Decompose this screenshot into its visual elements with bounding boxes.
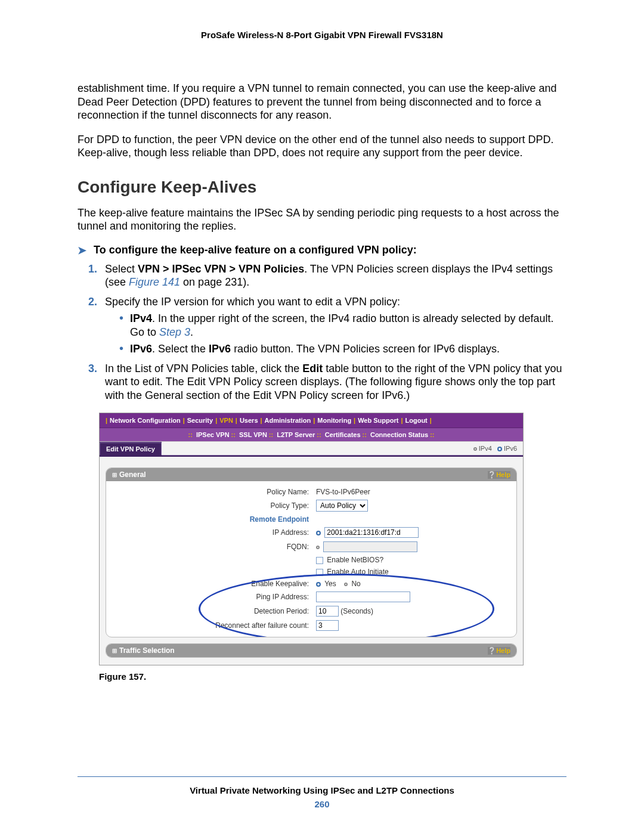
figure-caption: Figure 157. — [99, 671, 566, 682]
radio-fqdn[interactable] — [316, 546, 320, 549]
policy-name-value: FVS-to-IPv6Peer — [314, 488, 516, 496]
radio-keepalive-no[interactable] — [344, 583, 348, 586]
ipv6-bold2: IPv6 — [209, 343, 231, 355]
grid-icon: ⊞ — [112, 648, 117, 654]
procedure-lead: ➤ To configure the keep-alive feature on… — [78, 244, 566, 256]
help-link[interactable]: ❔Help — [488, 471, 510, 479]
detection-period-label: Detection Period: — [106, 607, 314, 615]
traffic-selection-title: Traffic Selection — [119, 646, 175, 655]
submenu-item[interactable]: SSL VPN — [239, 431, 267, 438]
step-1: 1. Select VPN > IPSec VPN > VPN Policies… — [88, 262, 566, 289]
paragraph-2: For DPD to function, the peer VPN device… — [78, 133, 566, 160]
no-label: No — [351, 580, 360, 588]
radio-ipv4[interactable] — [473, 447, 477, 451]
step-number: 1. — [88, 262, 97, 276]
edit-bold: Edit — [302, 363, 323, 374]
ping-ip-label: Ping IP Address: — [106, 593, 314, 601]
keepalive-label: Enable Keepalive: — [106, 580, 314, 588]
paragraph-3: The keep-alive feature maintains the IPS… — [78, 206, 566, 233]
fqdn-label: FQDN: — [106, 543, 314, 551]
menu-item-active[interactable]: VPN — [219, 417, 233, 424]
general-title: General — [119, 470, 146, 479]
step3-a: In the List of VPN Policies table, click… — [105, 363, 302, 374]
procedure-lead-text: To configure the keep-alive feature on a… — [94, 244, 417, 256]
submenu-item[interactable]: IPSec VPN — [196, 431, 230, 438]
ipv4-text: . In the upper right of the screen, the … — [130, 312, 553, 338]
submenu-item[interactable]: L2TP Server — [277, 431, 315, 438]
detection-period-input[interactable] — [316, 606, 339, 617]
netbios-label: Enable NetBIOS? — [327, 556, 383, 564]
figure-screenshot: | Network Configuration| Security| VPN| … — [99, 413, 524, 665]
menu-item[interactable]: Security — [187, 417, 213, 424]
bullet-ipv6: IPv6. Select the IPv6 radio button. The … — [119, 342, 566, 356]
policy-type-select[interactable]: Auto Policy — [316, 500, 368, 512]
step-3: 3. In the List of VPN Policies table, cl… — [88, 362, 566, 402]
step-number: 2. — [88, 295, 97, 309]
footer-page-number: 260 — [78, 799, 566, 809]
general-panel: ⊞General ❔Help Policy Name: FVS-to-IPv6P… — [106, 467, 517, 637]
menu-path-bold: VPN > IPSec VPN > VPN Policies — [138, 263, 304, 275]
step-1-pre: Select — [105, 263, 138, 275]
policy-name-label: Policy Name: — [106, 488, 314, 496]
paragraph-1: establishment time. If you require a VPN… — [78, 82, 566, 122]
remote-endpoint-subhead: Remote Endpoint — [106, 515, 314, 524]
section-heading: Configure Keep-Alives — [78, 178, 566, 197]
ipv4-bold: IPv4 — [130, 312, 152, 324]
menu-item[interactable]: Administration — [265, 417, 311, 424]
traffic-selection-panel: ⊞Traffic Selection ❔Help — [106, 643, 517, 658]
autoinit-label: Enable Auto Initiate — [327, 568, 388, 576]
ipv6-b: radio button. The VPN Policies screen fo… — [231, 343, 500, 355]
footer-chapter: Virtual Private Networking Using IPSec a… — [78, 785, 566, 795]
menu-item[interactable]: Web Support — [358, 417, 398, 424]
ipv6-a: . Select the — [152, 343, 209, 355]
tab-row: Edit VPN Policy IPv4 IPv6 — [100, 441, 523, 456]
yes-label: Yes — [324, 580, 336, 588]
submenu-item[interactable]: Connection Status — [370, 431, 428, 438]
radio-keepalive-yes[interactable] — [316, 582, 321, 587]
help-link[interactable]: ❔Help — [488, 647, 510, 655]
radio-ipv6[interactable] — [497, 447, 502, 451]
step-2: 2. Specify the IP version for which you … — [88, 295, 566, 356]
checkbox-autoinit[interactable] — [316, 569, 323, 576]
detection-unit: (Seconds) — [340, 607, 373, 615]
reconnect-label: Reconnect after failure count: — [106, 621, 314, 630]
chevron-right-icon: ➤ — [78, 245, 86, 256]
menu-item[interactable]: Monitoring — [317, 417, 351, 424]
ipv4-dot: . — [190, 326, 193, 338]
ping-ip-input[interactable] — [316, 592, 410, 602]
figure-link[interactable]: Figure 141 — [129, 276, 180, 288]
menu-item[interactable]: Network Configuration — [110, 417, 181, 424]
step-2-text: Specify the IP version for which you wan… — [105, 296, 400, 308]
sub-menu-bar: :: IPSec VPN:: SSL VPN:: L2TP Server:: C… — [100, 428, 523, 441]
policy-type-label: Policy Type: — [106, 501, 314, 510]
step-number: 3. — [88, 362, 97, 376]
radio-ip-address[interactable] — [316, 531, 321, 535]
document-header: ProSafe Wireless-N 8-Port Gigabit VPN Fi… — [78, 30, 566, 40]
step-link-3[interactable]: Step 3 — [159, 326, 190, 338]
ip-address-label: IP Address: — [106, 528, 314, 537]
checkbox-netbios[interactable] — [316, 557, 323, 564]
ipv6-label: IPv6 — [504, 445, 517, 452]
submenu-item[interactable]: Certificates — [325, 431, 361, 438]
menu-item[interactable]: Logout — [405, 417, 428, 424]
ip-address-input[interactable] — [324, 527, 419, 538]
ipv4-label: IPv4 — [479, 445, 492, 452]
fqdn-input[interactable] — [323, 541, 417, 552]
grid-icon: ⊞ — [112, 472, 117, 478]
tab-edit-vpn-policy[interactable]: Edit VPN Policy — [100, 442, 162, 455]
page-footer: Virtual Private Networking Using IPSec a… — [78, 776, 566, 809]
ipv6-bold: IPv6 — [130, 343, 152, 355]
step-1-after: on page 231). — [180, 276, 249, 288]
ip-version-selector: IPv4 IPv6 — [162, 442, 523, 456]
reconnect-input[interactable] — [316, 620, 339, 631]
top-menu-bar: | Network Configuration| Security| VPN| … — [100, 413, 523, 428]
bullet-ipv4: IPv4. In the upper right of the screen, … — [119, 312, 566, 339]
menu-item[interactable]: Users — [240, 417, 258, 424]
